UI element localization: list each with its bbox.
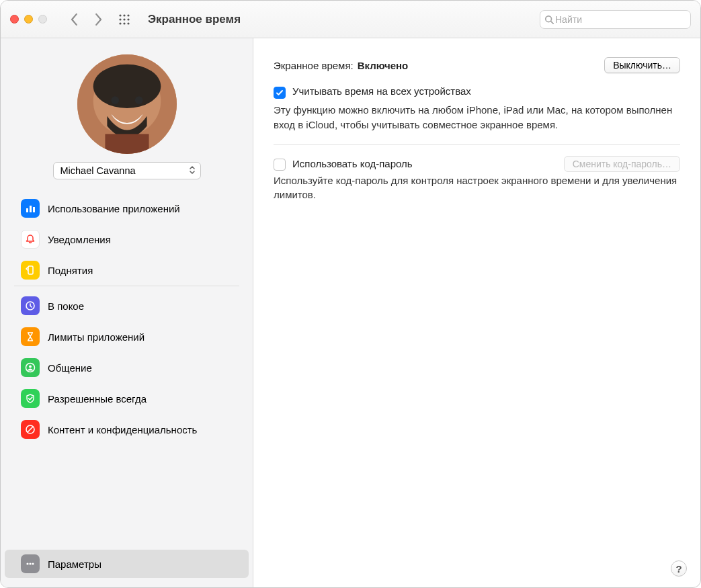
bar-chart-icon — [21, 199, 40, 218]
svg-point-15 — [134, 96, 142, 104]
close-window-button[interactable] — [10, 15, 19, 24]
sidebar: Michael Cavanna Использование приложений… — [1, 38, 253, 587]
pickup-icon — [21, 261, 40, 280]
passcode-row: Использовать код-пароль Сменить код-паро… — [274, 156, 680, 172]
sidebar-item-downtime[interactable]: В покое — [5, 292, 249, 320]
sidebar-item-label: Лимиты приложений — [48, 331, 145, 343]
svg-point-3 — [119, 18, 121, 20]
preferences-window: Экранное время — [0, 0, 701, 588]
sidebar-item-app-limits[interactable]: Лимиты приложений — [5, 323, 249, 351]
no-entry-icon — [21, 420, 40, 439]
svg-point-0 — [119, 14, 121, 16]
chevron-updown-icon — [188, 165, 196, 177]
svg-rect-18 — [30, 206, 32, 212]
window-title: Экранное время — [148, 13, 241, 26]
back-button[interactable] — [66, 11, 83, 28]
svg-point-28 — [32, 562, 34, 564]
content-pane: Экранное время: Включено Выключить… Учит… — [253, 38, 700, 587]
search-input[interactable] — [554, 13, 686, 26]
use-passcode-label: Использовать код-пароль — [292, 158, 413, 169]
nav-arrows — [66, 11, 106, 28]
svg-rect-19 — [33, 207, 35, 212]
avatar-illustration — [77, 54, 177, 154]
zoom-window-button — [38, 15, 47, 24]
sidebar-item-label: Уведомления — [48, 234, 111, 245]
svg-point-6 — [119, 22, 121, 24]
svg-point-8 — [127, 22, 129, 24]
person-circle-icon — [21, 358, 40, 377]
sidebar-item-communication[interactable]: Общение — [5, 353, 249, 382]
svg-point-27 — [29, 562, 31, 564]
bell-icon — [21, 230, 40, 249]
svg-point-2 — [127, 14, 129, 16]
shield-check-icon — [21, 389, 40, 408]
sidebar-item-label: Поднятия — [48, 265, 93, 276]
sidebar-item-content-privacy[interactable]: Контент и конфиденциальность — [5, 415, 249, 444]
svg-rect-16 — [105, 134, 149, 154]
share-devices-row: Учитывать время на всех устройствах — [274, 85, 680, 99]
change-passcode-button: Сменить код-пароль… — [564, 156, 680, 172]
forward-button[interactable] — [89, 11, 106, 28]
share-devices-desc: Эту функцию можно включить на любом iPho… — [274, 103, 680, 132]
svg-point-5 — [127, 18, 129, 20]
svg-line-25 — [28, 427, 33, 432]
svg-point-13 — [93, 65, 161, 108]
sidebar-item-label: Общение — [48, 362, 92, 374]
sidebar-item-always-allowed[interactable]: Разрешенные всегда — [5, 384, 249, 413]
svg-point-26 — [26, 562, 28, 564]
status-row: Экранное время: Включено Выключить… — [274, 57, 680, 73]
svg-rect-17 — [26, 208, 28, 212]
section-divider — [274, 144, 680, 145]
sidebar-item-app-usage[interactable]: Использование приложений — [5, 194, 249, 222]
ellipsis-icon — [21, 554, 40, 573]
sidebar-item-label: Разрешенные всегда — [48, 393, 147, 405]
user-avatar — [77, 54, 177, 154]
svg-point-14 — [111, 96, 119, 104]
hourglass-icon — [21, 327, 40, 346]
svg-rect-20 — [28, 266, 33, 274]
user-picker[interactable]: Michael Cavanna — [53, 162, 201, 179]
help-button[interactable]: ? — [671, 560, 687, 577]
titlebar: Экранное время — [1, 1, 700, 38]
sidebar-item-pickups[interactable]: Поднятия — [5, 256, 249, 284]
share-devices-label: Учитывать время на всех устройствах — [292, 85, 471, 97]
svg-point-1 — [123, 14, 125, 16]
use-passcode-checkbox[interactable] — [274, 159, 286, 171]
turn-off-button[interactable]: Выключить… — [604, 57, 680, 73]
sidebar-item-notifications[interactable]: Уведомления — [5, 225, 249, 253]
show-all-icon[interactable] — [116, 11, 133, 28]
passcode-desc: Используйте код-пароль для контроля наст… — [274, 173, 680, 203]
sidebar-item-label: Использование приложений — [48, 203, 180, 214]
svg-point-7 — [123, 22, 125, 24]
sidebar-item-options[interactable]: Параметры — [5, 550, 249, 578]
sidebar-item-label: Контент и конфиденциальность — [48, 424, 197, 435]
sidebar-item-label: В покое — [48, 300, 84, 312]
sidebar-item-label: Параметры — [48, 558, 101, 570]
search-icon — [544, 15, 554, 24]
sidebar-divider — [14, 286, 239, 286]
user-picker-label: Michael Cavanna — [60, 165, 136, 176]
search-field[interactable] — [540, 10, 691, 29]
check-icon — [276, 89, 284, 97]
status-value: Включено — [358, 60, 409, 71]
traffic-lights — [10, 15, 47, 24]
clock-icon — [21, 296, 40, 315]
share-devices-checkbox[interactable] — [274, 87, 286, 99]
minimize-window-button[interactable] — [24, 15, 33, 24]
status-label: Экранное время: — [274, 60, 354, 71]
svg-line-10 — [551, 21, 554, 24]
avatar-section: Michael Cavanna — [1, 54, 253, 193]
svg-point-23 — [29, 366, 32, 368]
svg-point-4 — [123, 18, 125, 20]
